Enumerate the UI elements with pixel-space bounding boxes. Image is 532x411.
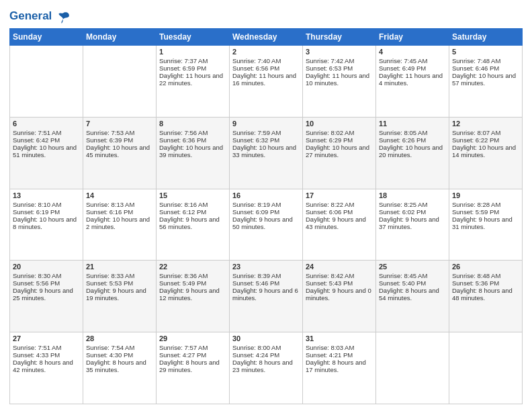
day-info: Daylight: 9 hours and 37 minutes. (379, 216, 446, 230)
day-info: Sunset: 6:09 PM (232, 208, 300, 216)
day-info: Daylight: 11 hours and 4 minutes. (379, 72, 446, 87)
day-cell: 21Sunrise: 8:33 AMSunset: 5:53 PMDayligh… (83, 261, 157, 332)
day-info: Daylight: 9 hours and 12 minutes. (159, 287, 226, 302)
day-info: Daylight: 10 hours and 51 minutes. (13, 144, 80, 158)
day-info: Sunset: 5:40 PM (379, 279, 446, 287)
day-cell (376, 332, 449, 404)
day-info: Daylight: 9 hours and 19 minutes. (86, 287, 153, 302)
day-info: Sunrise: 8:45 AM (379, 272, 446, 279)
day-info: Daylight: 9 hours and 25 minutes. (13, 287, 80, 302)
day-cell: 13Sunrise: 8:10 AMSunset: 6:19 PMDayligh… (10, 189, 83, 261)
day-number: 8 (159, 120, 226, 128)
day-info: Sunset: 4:30 PM (86, 351, 153, 359)
day-cell (10, 46, 83, 118)
day-cell: 3Sunrise: 7:42 AMSunset: 6:53 PMDaylight… (303, 46, 376, 118)
day-cell: 10Sunrise: 8:02 AMSunset: 6:29 PMDayligh… (303, 117, 376, 189)
day-number: 28 (86, 334, 153, 342)
day-info: Daylight: 10 hours and 20 minutes. (379, 144, 446, 158)
header-cell-tuesday: Tuesday (157, 29, 230, 46)
day-info: Sunset: 6:19 PM (13, 208, 80, 216)
logo: General (9, 9, 71, 24)
day-info: Daylight: 11 hours and 16 minutes. (232, 72, 300, 87)
day-number: 6 (13, 120, 80, 128)
day-info: Sunset: 6:26 PM (379, 136, 446, 144)
day-info: Sunrise: 7:48 AM (452, 57, 519, 64)
day-info: Sunrise: 7:53 AM (86, 129, 153, 136)
day-cell: 31Sunrise: 8:03 AMSunset: 4:21 PMDayligh… (303, 332, 376, 404)
day-cell: 29Sunrise: 7:57 AMSunset: 4:27 PMDayligh… (157, 332, 230, 404)
day-cell: 2Sunrise: 7:40 AMSunset: 6:56 PMDaylight… (230, 46, 303, 118)
day-info: Sunset: 6:46 PM (452, 64, 519, 72)
day-info: Daylight: 10 hours and 14 minutes. (452, 144, 519, 158)
day-cell: 16Sunrise: 8:19 AMSunset: 6:09 PMDayligh… (230, 189, 303, 261)
day-info: Daylight: 11 hours and 22 minutes. (159, 72, 226, 87)
day-cell: 8Sunrise: 7:56 AMSunset: 6:36 PMDaylight… (157, 117, 230, 189)
logo-text: General (9, 9, 71, 24)
day-info: Sunrise: 8:19 AM (232, 201, 300, 208)
day-info: Daylight: 8 hours and 48 minutes. (452, 287, 519, 302)
day-info: Daylight: 11 hours and 10 minutes. (306, 72, 373, 87)
day-info: Sunrise: 7:51 AM (13, 129, 80, 136)
day-info: Sunset: 5:49 PM (159, 279, 226, 287)
day-cell: 20Sunrise: 8:30 AMSunset: 5:56 PMDayligh… (10, 261, 83, 332)
day-info: Daylight: 10 hours and 57 minutes. (452, 72, 519, 87)
day-info: Sunset: 6:32 PM (232, 136, 300, 144)
day-info: Sunrise: 7:45 AM (379, 57, 446, 64)
day-number: 30 (232, 334, 300, 342)
day-info: Daylight: 9 hours and 6 minutes. (232, 287, 300, 302)
day-number: 11 (379, 120, 446, 128)
day-info: Sunrise: 7:40 AM (232, 57, 300, 64)
day-info: Daylight: 10 hours and 33 minutes. (232, 144, 300, 158)
day-number: 1 (159, 48, 226, 56)
day-cell: 17Sunrise: 8:22 AMSunset: 6:06 PMDayligh… (303, 189, 376, 261)
day-info: Sunset: 6:36 PM (159, 136, 226, 144)
day-info: Sunset: 4:24 PM (232, 351, 300, 359)
day-info: Daylight: 8 hours and 54 minutes. (379, 287, 446, 302)
header-cell-monday: Monday (83, 29, 157, 46)
header-cell-sunday: Sunday (10, 29, 83, 46)
day-number: 17 (306, 191, 373, 199)
header-cell-wednesday: Wednesday (230, 29, 303, 46)
day-cell: 12Sunrise: 8:07 AMSunset: 6:22 PMDayligh… (449, 117, 523, 189)
week-row-3: 13Sunrise: 8:10 AMSunset: 6:19 PMDayligh… (10, 189, 523, 261)
day-cell (83, 46, 157, 118)
day-info: Sunset: 4:33 PM (13, 351, 80, 359)
day-info: Sunrise: 8:13 AM (86, 201, 153, 208)
day-info: Sunrise: 7:51 AM (13, 344, 80, 351)
week-row-2: 6Sunrise: 7:51 AMSunset: 6:42 PMDaylight… (10, 117, 523, 189)
day-info: Sunset: 5:59 PM (452, 208, 519, 216)
day-info: Sunrise: 8:07 AM (452, 129, 519, 136)
day-info: Sunset: 5:53 PM (86, 279, 153, 287)
day-info: Daylight: 8 hours and 42 minutes. (13, 359, 80, 373)
day-cell: 23Sunrise: 8:39 AMSunset: 5:46 PMDayligh… (230, 261, 303, 332)
day-info: Sunset: 5:43 PM (306, 279, 373, 287)
day-info: Sunrise: 7:42 AM (306, 57, 373, 64)
week-row-5: 27Sunrise: 7:51 AMSunset: 4:33 PMDayligh… (10, 332, 523, 404)
day-number: 16 (232, 191, 300, 199)
day-cell (449, 332, 523, 404)
day-info: Sunrise: 8:39 AM (232, 272, 300, 279)
day-number: 2 (232, 48, 300, 56)
day-cell: 9Sunrise: 7:59 AMSunset: 6:32 PMDaylight… (230, 117, 303, 189)
day-cell: 22Sunrise: 8:36 AMSunset: 5:49 PMDayligh… (157, 261, 230, 332)
day-info: Sunset: 6:02 PM (379, 208, 446, 216)
day-cell: 15Sunrise: 8:16 AMSunset: 6:12 PMDayligh… (157, 189, 230, 261)
day-info: Sunrise: 7:54 AM (86, 344, 153, 351)
day-info: Sunrise: 8:00 AM (232, 344, 300, 351)
day-cell: 5Sunrise: 7:48 AMSunset: 6:46 PMDaylight… (449, 46, 523, 118)
calendar-table: SundayMondayTuesdayWednesdayThursdayFrid… (9, 28, 523, 404)
day-number: 7 (86, 120, 153, 128)
day-number: 3 (306, 48, 373, 56)
day-info: Daylight: 10 hours and 2 minutes. (86, 216, 153, 230)
day-number: 12 (452, 120, 519, 128)
day-info: Daylight: 8 hours and 29 minutes. (159, 359, 226, 373)
header: General (9, 7, 523, 24)
day-info: Daylight: 9 hours and 43 minutes. (306, 216, 373, 230)
day-info: Sunrise: 7:56 AM (159, 129, 226, 136)
day-info: Daylight: 8 hours and 35 minutes. (86, 359, 153, 373)
day-info: Sunrise: 8:33 AM (86, 272, 153, 279)
day-info: Sunrise: 8:05 AM (379, 129, 446, 136)
day-number: 5 (452, 48, 519, 56)
day-cell: 30Sunrise: 8:00 AMSunset: 4:24 PMDayligh… (230, 332, 303, 404)
header-cell-friday: Friday (376, 29, 449, 46)
